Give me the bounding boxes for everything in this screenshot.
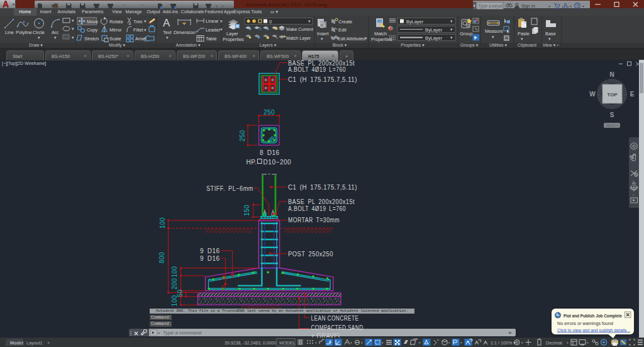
- svg-text:S: S: [610, 111, 614, 118]
- svg-text:▾: ▾: [72, 26, 74, 31]
- svg-text:Decimal: Decimal: [546, 340, 562, 346]
- svg-text:8 D16: 8 D16: [260, 149, 280, 156]
- svg-text:▾: ▾: [460, 341, 462, 344]
- svg-text:Modify ▾: Modify ▾: [109, 42, 126, 47]
- svg-text:Dimension: Dimension: [174, 30, 196, 35]
- svg-text:▾: ▾: [570, 4, 572, 8]
- svg-text:Draw ▾: Draw ▾: [29, 42, 43, 47]
- svg-text:View ▾ ⌐: View ▾ ⌐: [543, 42, 560, 47]
- svg-text:D10−200: D10−200: [264, 159, 292, 166]
- svg-text:POST 250x250: POST 250x250: [288, 251, 333, 258]
- svg-text:MORTAR T=30mm: MORTAR T=30mm: [288, 217, 340, 224]
- svg-text:▾: ▾: [567, 341, 569, 344]
- svg-text:Copy: Copy: [87, 27, 98, 33]
- svg-text:▾: ▾: [548, 4, 550, 8]
- svg-text:C1 (H 175.175.7,5.11): C1 (H 175.175.7,5.11): [288, 76, 357, 83]
- svg-text:Stretch: Stretch: [84, 35, 99, 41]
- svg-text:Layers ▾: Layers ▾: [260, 42, 277, 47]
- svg-text:▾: ▾: [548, 37, 551, 41]
- svg-text:Groups ▾: Groups ▾: [460, 42, 479, 47]
- svg-text:Scale: Scale: [109, 35, 121, 41]
- svg-text:Text: Text: [163, 30, 172, 35]
- svg-text:▾: ▾: [521, 341, 523, 344]
- svg-text:Match Layer: Match Layer: [286, 35, 311, 40]
- svg-text:A: A: [163, 17, 170, 29]
- svg-text:▾: ▾: [315, 341, 317, 344]
- svg-text:Rotate: Rotate: [109, 18, 123, 24]
- svg-text:▾: ▾: [144, 27, 147, 31]
- svg-text:▾: ▾: [72, 35, 74, 39]
- svg-text:▾: ▾: [419, 341, 421, 344]
- svg-text:Move: Move: [87, 18, 98, 24]
- svg-text:Properties: Properties: [223, 36, 244, 42]
- svg-text:▾: ▾: [220, 18, 223, 23]
- svg-text:▾: ▾: [633, 193, 634, 196]
- svg-text:Leader: Leader: [206, 26, 221, 32]
- svg-text:▾: ▾: [220, 27, 223, 31]
- svg-text:N: N: [609, 71, 614, 78]
- svg-text:HP.: HP.: [247, 159, 257, 166]
- svg-text:▾: ▾: [633, 179, 634, 183]
- svg-text:800: 800: [158, 252, 165, 263]
- svg-text:▾: ▾: [633, 152, 634, 156]
- svg-text:Properties ▾: Properties ▾: [401, 42, 425, 47]
- svg-text:Trim: Trim: [133, 18, 143, 24]
- svg-text:▾: ▾: [308, 19, 311, 23]
- svg-text:▾: ▾: [382, 341, 384, 344]
- svg-text:C1 (H 175.175.7,5.11): C1 (H 175.175.7,5.11): [288, 184, 357, 191]
- svg-text:STIFF. PL−6mm: STIFF. PL−6mm: [206, 185, 253, 192]
- svg-text:Group: Group: [460, 31, 473, 37]
- svg-text:Base: Base: [545, 31, 556, 37]
- svg-text:Plot and Publish Job Complete: Plot and Publish Job Complete: [564, 313, 622, 319]
- svg-text:▾: ▾: [361, 341, 363, 344]
- svg-text:Annotation ▾: Annotation ▾: [176, 42, 201, 47]
- svg-text:250: 250: [264, 109, 275, 116]
- svg-text:▾: ▾: [350, 341, 352, 344]
- svg-text:Table: Table: [206, 35, 217, 41]
- svg-text:≡: ≡: [221, 4, 224, 8]
- svg-text:MODEL: MODEL: [279, 340, 296, 346]
- svg-text:Arc: Arc: [52, 30, 58, 35]
- svg-text:Line: Line: [5, 30, 14, 35]
- svg-text:▾: ▾: [365, 36, 367, 40]
- svg-text:Fillet: Fillet: [133, 27, 143, 33]
- svg-text:▾: ▾: [587, 341, 589, 344]
- svg-text:▾: ▾: [321, 37, 323, 41]
- svg-text:Utilities ▾: Utilities ▾: [489, 42, 508, 47]
- svg-text:1:1 / 100% ▾: 1:1 / 100% ▾: [491, 340, 516, 346]
- svg-text:Measure: Measure: [485, 28, 503, 34]
- svg-text:Mirror: Mirror: [109, 27, 122, 33]
- svg-text:Insert: Insert: [317, 31, 328, 37]
- svg-text:Type a keyw: Type a keyw: [478, 4, 503, 9]
- svg-text:0: 0: [269, 18, 272, 24]
- svg-text:W: W: [589, 91, 596, 98]
- svg-text:Click to view plot and publish: Click to view plot and publish details..…: [557, 327, 630, 333]
- svg-text:100: 100: [171, 266, 178, 278]
- svg-text:▾: ▾: [448, 341, 450, 344]
- svg-text:150: 150: [243, 205, 250, 216]
- svg-text:▾: ▾: [158, 331, 160, 335]
- svg-text:▾: ▾: [130, 4, 132, 8]
- svg-text:LEAN CONCRETE: LEAN CONCRETE: [311, 314, 359, 322]
- svg-text:A.BOLT 4Ø19 L=760: A.BOLT 4Ø19 L=760: [288, 205, 346, 212]
- svg-text:?: ?: [576, 3, 579, 9]
- svg-text:100: 100: [159, 217, 166, 229]
- svg-text:Layout1: Layout1: [26, 340, 43, 346]
- svg-text:ByLayer: ByLayer: [425, 26, 443, 32]
- svg-text:▾: ▾: [521, 37, 523, 41]
- svg-text:No errors or warnings found: No errors or warnings found: [557, 321, 613, 326]
- svg-text:A.BOLT 4Ø19 L=760: A.BOLT 4Ø19 L=760: [288, 66, 346, 73]
- svg-text:▾: ▾: [54, 35, 57, 40]
- svg-text:▾: ▾: [450, 35, 453, 40]
- svg-text:Circle: Circle: [33, 30, 45, 35]
- svg-text:BASE PL 200x200x15t: BASE PL 200x200x15t: [288, 198, 355, 205]
- svg-text:+: +: [47, 340, 50, 346]
- svg-text:Create: Create: [338, 18, 352, 24]
- svg-text:Edit Attributes: Edit Attributes: [338, 36, 365, 41]
- svg-text:Model: Model: [10, 340, 23, 346]
- svg-text:▾: ▾: [216, 4, 218, 8]
- svg-text:Linear: Linear: [206, 18, 219, 24]
- svg-text:Edit: Edit: [338, 27, 347, 33]
- svg-text:200: 200: [171, 278, 178, 290]
- svg-text:Polyline: Polyline: [16, 30, 32, 35]
